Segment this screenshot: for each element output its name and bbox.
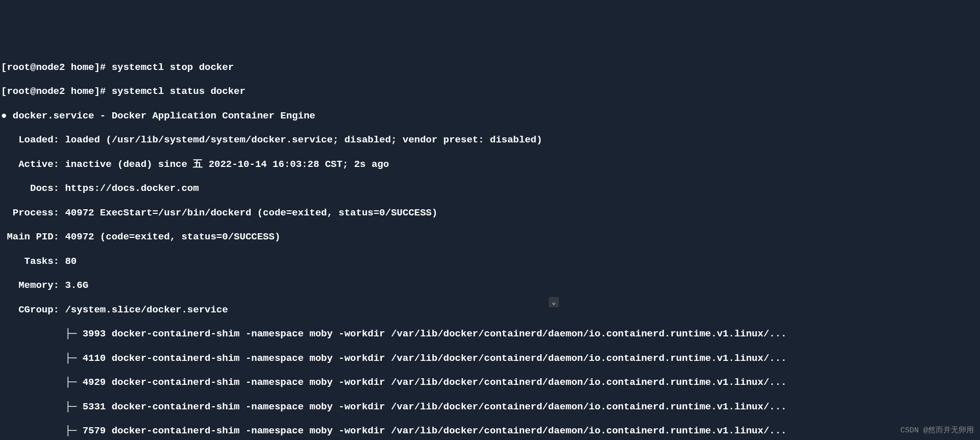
status-mainpid: Main PID: 40972 (code=exited, status=0/S… (1, 231, 979, 243)
status-loaded: Loaded: loaded (/usr/lib/systemd/system/… (1, 134, 979, 146)
status-tasks: Tasks: 80 (1, 256, 979, 268)
command-text: systemctl stop docker (112, 62, 234, 73)
watermark-text: CSDN @然而并无卵用 (900, 426, 974, 436)
terminal-output[interactable]: [root@node2 home]# systemctl stop docker… (1, 50, 979, 440)
scroll-down-icon[interactable]: ⌄ (549, 297, 559, 307)
status-active: Active: inactive (dead) since 五 2022-10-… (1, 159, 979, 171)
command-line-1: [root@node2 home]# systemctl stop docker (1, 62, 979, 74)
status-cgroup: CGroup: /system.slice/docker.service (1, 304, 979, 316)
cgroup-item: ├─ 7579 docker-containerd-shim -namespac… (1, 425, 979, 437)
prompt: [root@node2 home]# (1, 86, 112, 97)
cgroup-item: ├─ 3993 docker-containerd-shim -namespac… (1, 328, 979, 340)
command-line-2: [root@node2 home]# systemctl status dock… (1, 86, 979, 98)
status-memory: Memory: 3.6G (1, 280, 979, 292)
status-process: Process: 40972 ExecStart=/usr/bin/docker… (1, 207, 979, 219)
service-header: ● docker.service - Docker Application Co… (1, 110, 979, 123)
cgroup-item: ├─ 4110 docker-containerd-shim -namespac… (1, 353, 979, 365)
prompt: [root@node2 home]# (1, 62, 112, 73)
cgroup-item: ├─ 5331 docker-containerd-shim -namespac… (1, 401, 979, 413)
status-docs: Docs: https://docs.docker.com (1, 183, 979, 195)
cgroup-item: ├─ 4929 docker-containerd-shim -namespac… (1, 377, 979, 389)
command-text: systemctl status docker (112, 86, 246, 97)
